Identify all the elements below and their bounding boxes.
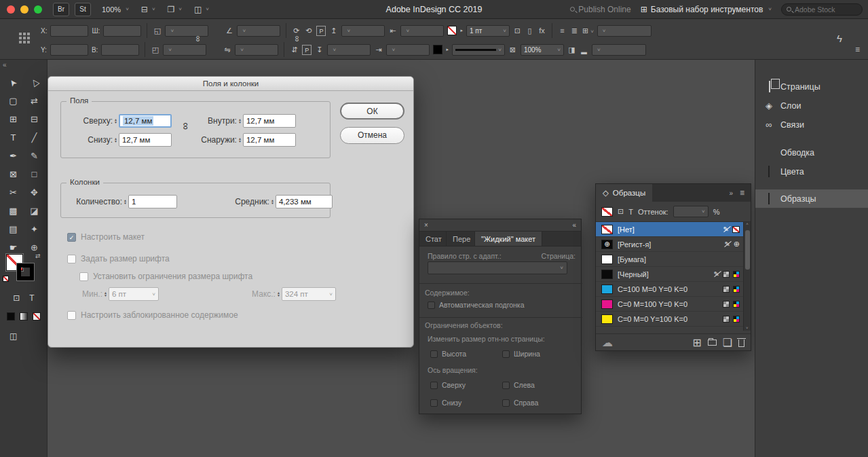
pin-left-checkbox-box[interactable] [502, 382, 510, 389]
current-swatch-chip[interactable] [601, 207, 613, 217]
space-after-combo[interactable] [327, 44, 371, 56]
fill-color-arrow[interactable]: ▸ [446, 47, 449, 52]
toolbar-collapse-icon[interactable]: « [3, 61, 7, 69]
margin-inside-field[interactable]: 12,7 мм [243, 114, 296, 128]
scissors-tool[interactable]: ✂ [7, 187, 20, 198]
workspace-switcher[interactable]: ⊞ Базовый набор инструментов [641, 5, 772, 14]
liquid-panel-collapse-icon[interactable]: « [572, 221, 576, 229]
stroke-weight-combo[interactable]: 1 пт [466, 25, 510, 37]
font-size-checkbox-box[interactable] [67, 255, 76, 263]
rotation-combo[interactable] [235, 44, 278, 56]
delete-swatch-icon[interactable] [738, 340, 744, 347]
stroke-style-combo[interactable] [452, 44, 505, 56]
margin-inside-stepper[interactable] [238, 118, 242, 124]
pin-right-checkbox-box[interactable] [502, 399, 510, 407]
margin-outside-field[interactable]: 12,7 мм [243, 133, 296, 147]
pin-right-checkbox[interactable]: Справа [502, 399, 538, 407]
swap-fill-stroke-icon[interactable]: ⇄ [35, 253, 41, 259]
free-transform-tool[interactable]: ✥ [29, 187, 41, 198]
margin-bottom-stepper[interactable] [114, 137, 117, 143]
swatch-row-paper[interactable]: [Бумага] [596, 252, 751, 267]
adjust-layout-checkbox-box[interactable]: ✓ [67, 233, 76, 242]
drop-shadow-icon[interactable]: ▂ [580, 45, 588, 54]
swatch-row-black[interactable]: [Черный] ✎ [596, 267, 751, 282]
swatch-row-registration[interactable]: ⊕ [Регист-я] ✎ ⊕ [596, 237, 751, 252]
quick-apply-icon[interactable]: ϟ [837, 33, 842, 44]
pin-bottom-checkbox-box[interactable] [430, 399, 438, 407]
cancel-button[interactable]: Отмена [340, 127, 404, 144]
liquid-rule-dropdown[interactable] [428, 261, 567, 274]
gutter-field[interactable]: 4,233 мм [276, 195, 333, 208]
zoom-window-button[interactable] [34, 5, 42, 14]
tab-pages[interactable]: Стат [419, 232, 447, 246]
preset-combo[interactable] [592, 44, 646, 56]
locked-content-checkbox-box[interactable] [67, 311, 76, 320]
frame-fitting-icon[interactable]: ▯ [525, 26, 534, 35]
content-placer-tool[interactable]: ⊟ [29, 114, 41, 125]
pencil-tool[interactable]: ✎ [29, 151, 41, 162]
pin-top-checkbox-box[interactable] [430, 382, 438, 389]
rectangle-frame-tool[interactable]: ⊠ [7, 169, 20, 180]
formatting-affects-text-icon[interactable]: T [29, 293, 34, 303]
gradient-feather-tool[interactable]: ◪ [29, 206, 41, 217]
dock-item-swatches[interactable]: Образцы [755, 189, 868, 208]
flip-vertical-icon[interactable]: ⇵ [290, 45, 299, 54]
adjust-layout-checkbox[interactable]: ✓ Настроить макет [67, 232, 145, 242]
width-checkbox-box[interactable] [502, 350, 510, 358]
scale-x-combo[interactable] [165, 25, 208, 37]
pin-bottom-checkbox[interactable]: Снизу [430, 399, 461, 407]
default-fill-stroke-icon[interactable] [3, 276, 9, 282]
minimize-window-button[interactable] [20, 5, 29, 14]
view-options-dropdown[interactable]: ⊟ [141, 5, 155, 14]
color-theme-tool[interactable]: ✦ [29, 224, 41, 235]
shear-combo[interactable] [237, 25, 280, 37]
margin-outside-stepper[interactable] [238, 137, 242, 143]
autofit-checkbox-box[interactable] [428, 301, 435, 309]
direct-selection-tool[interactable]: ▷ [29, 77, 41, 88]
blend-mode-icon[interactable]: ◨ [567, 45, 576, 54]
constrain-scale-icon[interactable]: ∞ [293, 36, 302, 42]
indent-right-combo[interactable] [386, 44, 430, 56]
locked-content-checkbox[interactable]: Настроить заблокированное содержимое [67, 310, 238, 320]
swatches-tab[interactable]: ◇ Образцы [596, 184, 652, 202]
link-margins-icon[interactable]: ∞ [181, 122, 192, 130]
swatches-collapse-icon[interactable]: » [729, 189, 733, 197]
pin-left-checkbox[interactable]: Слева [502, 381, 535, 389]
formatting-text-icon[interactable]: T [628, 208, 633, 216]
adobe-stock-search[interactable] [781, 3, 863, 16]
max-combo[interactable]: 324 пт [282, 287, 336, 301]
margin-top-stepper[interactable] [114, 118, 117, 124]
apply-color-icon[interactable] [7, 312, 15, 321]
grid-options-icon[interactable]: ⊞ [582, 26, 594, 35]
control-panel-menu-icon[interactable]: ≡ [855, 45, 860, 54]
tab-liquid-layout[interactable]: "Жидкий" макет [475, 232, 542, 246]
search-input[interactable] [795, 5, 854, 14]
corner-options-icon[interactable]: ⊡ [513, 26, 522, 35]
fill-color-swatch[interactable] [433, 45, 442, 54]
effects-icon[interactable]: fx [537, 26, 546, 35]
height-field[interactable] [101, 44, 139, 56]
arrange-documents-dropdown[interactable]: ◫ [194, 5, 209, 14]
font-limits-checkbox-box[interactable] [79, 272, 88, 281]
scale-y-combo[interactable] [163, 44, 206, 56]
font-size-checkbox[interactable]: Задать размер шрифта [67, 254, 170, 263]
swatch-row-yellow[interactable]: C=0 M=0 Y=100 K=0 [596, 312, 751, 327]
flip-horizontal-icon[interactable]: ⇋ [223, 45, 231, 54]
zoom-level-dropdown[interactable]: 100% [102, 5, 129, 14]
close-window-button[interactable] [7, 5, 15, 14]
character-style-icon[interactable]: P [302, 45, 312, 55]
bridge-button[interactable]: Br [53, 3, 69, 16]
rotate-cw-icon[interactable]: ⟳ [292, 26, 301, 35]
swatch-themes-icon[interactable]: ☁ [602, 336, 613, 349]
object-style-combo[interactable] [597, 25, 652, 37]
rectangle-tool[interactable]: □ [29, 169, 41, 180]
dock-item-stroke[interactable]: Обводка [755, 143, 868, 162]
gutter-stepper[interactable] [271, 199, 274, 204]
page-tool[interactable]: ▢ [7, 96, 20, 107]
apply-gradient-icon[interactable] [20, 312, 28, 321]
dock-item-color[interactable]: Цвета [755, 162, 868, 181]
max-stepper[interactable] [277, 291, 280, 297]
type-tool[interactable]: T [7, 132, 20, 143]
pen-tool[interactable]: ✒ [7, 151, 20, 162]
columns-count-stepper[interactable] [124, 199, 127, 204]
